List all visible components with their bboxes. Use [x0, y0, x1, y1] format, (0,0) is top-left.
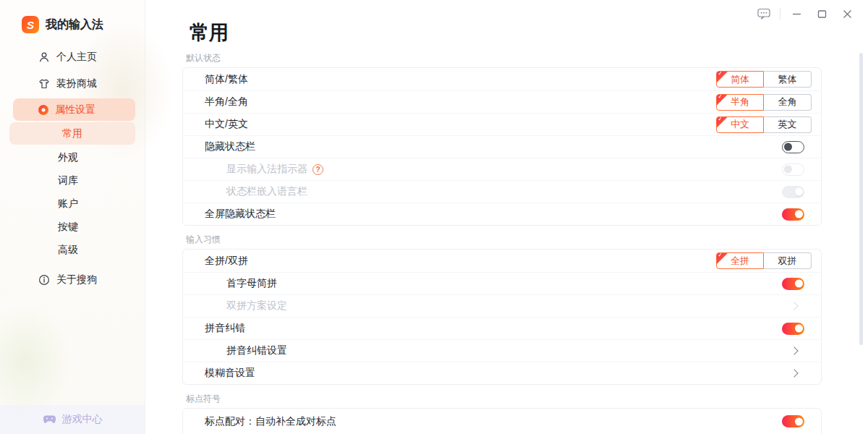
- section-label: 输入习惯: [186, 234, 868, 244]
- page-title: 常用: [190, 22, 868, 44]
- window-controls: [754, 6, 856, 22]
- sidebar-subitem-keys[interactable]: 按键: [0, 216, 145, 239]
- tshirt-icon: [38, 78, 50, 90]
- sidebar-subitem-label: 常用: [62, 127, 82, 140]
- check-badge-icon: [717, 117, 728, 128]
- game-center-button[interactable]: 游戏中心: [0, 405, 145, 434]
- segment-option[interactable]: 全角: [764, 94, 812, 111]
- segment-label: 中文: [731, 118, 749, 131]
- toggle-on[interactable]: [782, 208, 804, 221]
- toggle-knob: [795, 280, 803, 288]
- setting-row-double-pinyin-scheme: 双拼方案设定: [183, 294, 821, 317]
- segment-option-selected[interactable]: 全拼: [716, 252, 764, 269]
- feedback-button[interactable]: [754, 6, 773, 22]
- close-button[interactable]: [838, 6, 856, 22]
- sidebar-item-dressup-shop[interactable]: 装扮商城: [0, 70, 145, 97]
- setting-row-statusbar-in-langbar: 状态栏嵌入语言栏: [183, 180, 821, 203]
- row-label: 显示输入法指示器: [226, 163, 307, 176]
- segment-option-selected[interactable]: 中文: [716, 116, 764, 133]
- segment-option[interactable]: 英文: [764, 116, 812, 133]
- toggle-knob: [784, 166, 792, 174]
- toggle-knob: [795, 188, 803, 196]
- segment-option[interactable]: 双拼: [764, 252, 812, 269]
- sidebar-subitem-account[interactable]: 账户: [0, 192, 145, 216]
- minimize-button[interactable]: [787, 6, 806, 22]
- setting-row-chinese-english: 中文/英文 中文 英文: [183, 113, 821, 135]
- row-label: 首字母简拼: [226, 277, 277, 290]
- row-label: 全屏隐藏状态栏: [205, 208, 276, 221]
- sidebar-item-about-sogou[interactable]: 关于搜狗: [0, 266, 145, 293]
- sidebar-item-label: 装扮商城: [56, 77, 97, 90]
- toggle-knob: [795, 210, 803, 218]
- person-icon: [38, 51, 50, 63]
- setting-row-full-double-pinyin: 全拼/双拼 全拼 双拼: [183, 250, 821, 272]
- row-label: 拼音纠错设置: [226, 344, 287, 357]
- row-label: 简体/繁体: [205, 73, 248, 86]
- sidebar-subitem-label: 按键: [58, 221, 78, 234]
- sidebar-subitem-lexicon[interactable]: 词库: [0, 169, 145, 192]
- main-panel: 常用 默认状态 简体/繁体 简体 繁体: [145, 0, 868, 434]
- sidebar-subitem-common-active[interactable]: 常用: [9, 122, 135, 145]
- segment-label: 繁体: [778, 73, 797, 86]
- setting-row-show-ime-indicator: 显示输入法指示器 ?: [183, 158, 821, 180]
- section-label: 标点符号: [186, 393, 868, 404]
- segment-label: 半角: [731, 95, 749, 109]
- toggle-knob: [784, 143, 792, 151]
- setting-row-half-full-width: 半角/全角 半角 全角: [183, 90, 821, 113]
- segment-option-selected[interactable]: 简体: [716, 71, 764, 88]
- chevron-right-icon[interactable]: [790, 346, 798, 354]
- segment-label: 英文: [778, 118, 797, 131]
- setting-row-initial-abbrev: 首字母简拼: [183, 272, 821, 294]
- check-badge-icon: [717, 253, 728, 264]
- chevron-right-icon[interactable]: [790, 369, 798, 377]
- sidebar-subitem-label: 账户: [58, 197, 78, 210]
- toggle-off[interactable]: [782, 141, 804, 153]
- setting-row-simplified-traditional: 简体/繁体 简体 繁体: [183, 68, 821, 90]
- segment-option[interactable]: 繁体: [764, 71, 812, 88]
- settings-content: 常用 默认状态 简体/繁体 简体 繁体: [145, 0, 868, 434]
- setting-row-fuzzy-sound-settings[interactable]: 模糊音设置: [183, 362, 821, 384]
- toggle-knob: [795, 417, 803, 425]
- sidebar-subitem-label: 高级: [58, 244, 78, 257]
- setting-row-pinyin-correction: 拼音纠错: [183, 317, 821, 339]
- sidebar-item-settings[interactable]: 属性设置: [13, 98, 135, 121]
- sidebar-subitem-label: 外观: [58, 151, 78, 164]
- maximize-icon: [817, 9, 827, 19]
- divider: [780, 8, 780, 20]
- segmented-control: 全拼 双拼: [716, 252, 812, 269]
- toggle-on-disabled: [782, 186, 804, 198]
- toggle-on[interactable]: [782, 323, 804, 335]
- question-circle-icon[interactable]: ?: [312, 164, 323, 175]
- app-logo: S 我的输入法: [0, 0, 145, 33]
- game-center-label: 游戏中心: [62, 413, 103, 426]
- toggle-off-disabled: [782, 163, 804, 176]
- row-label: 拼音纠错: [205, 322, 245, 335]
- sidebar: S 我的输入法 个人主页 装扮商城 属性设置: [0, 0, 145, 434]
- row-label: 半角/全角: [205, 95, 248, 109]
- row-label: 标点配对：自动补全成对标点: [205, 415, 336, 428]
- maximize-button[interactable]: [812, 6, 831, 22]
- row-label: 状态栏嵌入语言栏: [226, 185, 307, 198]
- row-label: 全拼/双拼: [205, 255, 248, 268]
- settings-card-default-state: 简体/繁体 简体 繁体 半角/全角: [182, 67, 822, 226]
- sidebar-item-personal-home[interactable]: 个人主页: [0, 43, 145, 70]
- minimize-icon: [792, 9, 801, 19]
- settings-badge-icon: [38, 105, 48, 115]
- toggle-on[interactable]: [782, 278, 804, 290]
- row-label: 模糊音设置: [205, 367, 255, 380]
- toggle-on[interactable]: [782, 415, 804, 427]
- segmented-control: 中文 英文: [716, 116, 812, 133]
- segment-option-selected[interactable]: 半角: [716, 94, 764, 111]
- segmented-control: 简体 繁体: [716, 71, 812, 88]
- setting-row-punctuation-pairing: 标点配对：自动补全成对标点: [183, 409, 821, 434]
- check-badge-icon: [717, 72, 728, 82]
- row-label: 双拼方案设定: [226, 299, 287, 312]
- setting-row-pinyin-correction-settings[interactable]: 拼音纠错设置: [183, 339, 821, 362]
- sidebar-item-label: 关于搜狗: [56, 273, 97, 286]
- scrollbar-thumb[interactable]: [859, 53, 863, 345]
- sidebar-subitem-appearance[interactable]: 外观: [0, 146, 145, 169]
- sidebar-nav: 个人主页 装扮商城 属性设置 常用 外观 词库 账户: [0, 43, 145, 293]
- sidebar-subitem-advanced[interactable]: 高级: [0, 239, 145, 262]
- feedback-icon: [757, 8, 770, 20]
- section-label: 默认状态: [186, 53, 868, 63]
